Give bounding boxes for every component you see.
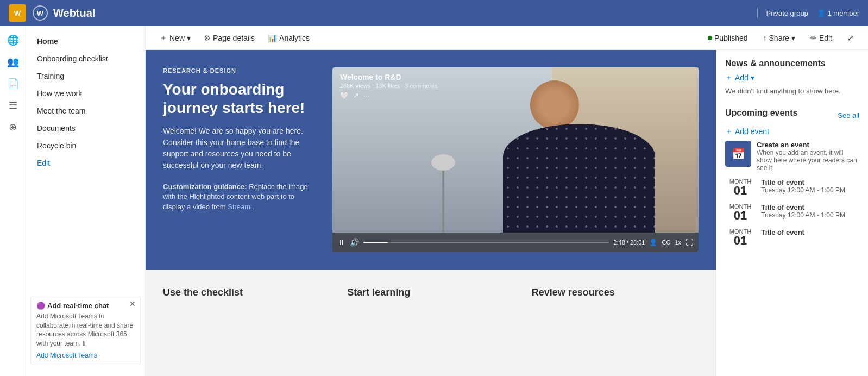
quality-icon[interactable]: 1x xyxy=(675,239,681,246)
teams-icon: 🟣 xyxy=(36,302,45,310)
cards-section: Use the checklist Start learning Review … xyxy=(146,270,716,320)
event-day-0: 01 xyxy=(725,185,756,197)
events-title: Upcoming events xyxy=(725,108,797,118)
add-teams-link[interactable]: Add Microsoft Teams xyxy=(36,352,97,359)
nav-how-we-work[interactable]: How we work xyxy=(26,85,145,102)
hero-text: RESEARCH & DESIGN Your onboarding journe… xyxy=(163,67,315,212)
card-checklist-title: Use the checklist xyxy=(163,287,330,298)
video-title: Welcome to R&D xyxy=(340,73,437,82)
news-empty: We didn't find anything to show here. xyxy=(725,87,859,95)
hero-area: RESEARCH & DESIGN Your onboarding journe… xyxy=(146,50,716,376)
calendar-icon: 📅 xyxy=(725,141,751,167)
main-content: ＋ New ▾ ⚙ Page details 📊 Analytics Publi… xyxy=(146,26,868,376)
nav-documents[interactable]: Documents xyxy=(26,120,145,137)
content-body: RESEARCH & DESIGN Your onboarding journe… xyxy=(146,50,868,376)
nav-meet-team[interactable]: Meet the team xyxy=(26,102,145,120)
expand-icon: ⤢ xyxy=(847,34,854,42)
site-initial: W xyxy=(33,5,48,21)
hero-title: Your onboarding journey starts here! xyxy=(163,80,315,117)
cc-icon[interactable]: CC xyxy=(662,239,670,246)
main-layout: 🌐 👥 📄 ☰ ⊕ Home Onboarding checklist Trai… xyxy=(0,26,868,376)
nav-training[interactable]: Training xyxy=(26,67,145,85)
video-time: 2:48 / 28:01 xyxy=(613,239,645,246)
toolbar-right: Published ↑ Share ▾ ✏ Edit ⤢ xyxy=(702,30,859,46)
event-time-1: Tuesday 12:00 AM - 1:00 PM xyxy=(761,211,845,219)
add-circle-icon[interactable]: ⊕ xyxy=(3,117,23,137)
hero-description: Welcome! We are so happy you are here. C… xyxy=(163,126,315,171)
event-time-0: Tuesday 12:00 AM - 1:00 PM xyxy=(761,186,845,194)
toolbar: ＋ New ▾ ⚙ Page details 📊 Analytics Publi… xyxy=(146,26,868,50)
expand-button[interactable]: ⤢ xyxy=(842,30,859,46)
play-pause-icon[interactable]: ⏸ xyxy=(338,238,345,247)
share-button[interactable]: ↑ Share ▾ xyxy=(758,30,801,46)
person-icon: 👤 xyxy=(817,9,826,17)
fullscreen-icon[interactable]: ⛶ xyxy=(685,238,693,247)
edit-icon: ✏ xyxy=(810,34,817,42)
list-icon[interactable]: ☰ xyxy=(3,96,23,115)
events-section: Upcoming events See all ＋ Add event 📅 Cr… xyxy=(725,108,859,247)
heart-icon[interactable]: 🤍 xyxy=(340,91,349,99)
person-video-icon[interactable]: 👤 xyxy=(649,239,657,246)
chat-banner-body: Add Microsoft Teams to collaborate in re… xyxy=(36,312,135,348)
event-day-2: 01 xyxy=(725,235,756,247)
plus-icon: ＋ xyxy=(725,73,733,83)
events-header: Upcoming events See all xyxy=(725,108,859,122)
nav-sidebar: Home Onboarding checklist Training How w… xyxy=(26,26,146,376)
share-icon: ↑ xyxy=(763,34,767,42)
info-icon: ℹ xyxy=(83,340,85,347)
member-count: 👤 1 member xyxy=(817,9,859,17)
stream-link[interactable]: Stream xyxy=(228,203,250,211)
create-event-info: Create an event When you add an event, i… xyxy=(757,141,859,172)
nav-home[interactable]: Home xyxy=(26,33,145,50)
share-video-icon[interactable]: ↗ xyxy=(353,91,359,99)
chat-banner-title: 🟣 Add real-time chat xyxy=(36,302,135,310)
document-icon[interactable]: 📄 xyxy=(3,74,23,93)
event-title-2: Title of event xyxy=(761,228,804,236)
card-checklist: Use the checklist xyxy=(163,287,330,303)
video-progress-fill xyxy=(363,242,388,243)
globe-icon[interactable]: 🌐 xyxy=(3,30,23,50)
nav-recycle-bin[interactable]: Recycle bin xyxy=(26,137,145,154)
volume-icon[interactable]: 🔊 xyxy=(350,238,359,247)
published-status: Published xyxy=(702,30,753,46)
nav-onboarding[interactable]: Onboarding checklist xyxy=(26,50,145,67)
analytics-button[interactable]: 📊 Analytics xyxy=(262,30,315,46)
event-info-2: Title of event xyxy=(761,228,804,236)
video-icons: 🤍 ↗ ··· xyxy=(340,91,437,99)
event-info-1: Title of event Tuesday 12:00 AM - 1:00 P… xyxy=(761,203,845,219)
see-all-link[interactable]: See all xyxy=(838,111,859,120)
chart-icon: 📊 xyxy=(268,34,277,42)
video-progress-bar[interactable] xyxy=(363,242,609,243)
more-icon[interactable]: ··· xyxy=(363,91,369,99)
video-controls: ⏸ 🔊 2:48 / 28:01 👤 CC xyxy=(332,233,699,252)
event-item-1: Month 01 Title of event Tuesday 12:00 AM… xyxy=(725,203,859,222)
page-details-button[interactable]: ⚙ Page details xyxy=(198,30,260,46)
add-event-button[interactable]: ＋ Add event xyxy=(725,127,859,136)
plus-icon: ＋ xyxy=(725,127,733,136)
news-section: News & announcements ＋ Add ▾ We didn't f… xyxy=(725,59,859,95)
chat-banner-close[interactable]: ✕ xyxy=(129,299,136,308)
event-info-0: Title of event Tuesday 12:00 AM - 1:00 P… xyxy=(761,178,845,194)
video-frame: Welcome to R&D 288K views · 13K likes · … xyxy=(332,67,699,252)
new-button[interactable]: ＋ New ▾ xyxy=(154,30,196,46)
news-add-button[interactable]: ＋ Add ▾ xyxy=(725,73,859,83)
chevron-down-icon: ▾ xyxy=(751,73,754,82)
edit-button[interactable]: ✏ Edit xyxy=(805,30,838,46)
top-bar-right: Private group 👤 1 member xyxy=(757,8,859,18)
gear-icon: ⚙ xyxy=(204,34,211,42)
people-icon[interactable]: 👥 xyxy=(3,52,23,72)
site-title: Webtual xyxy=(53,7,95,20)
nav-edit-link[interactable]: Edit xyxy=(26,154,145,172)
plus-icon: ＋ xyxy=(160,33,167,43)
right-panel: News & announcements ＋ Add ▾ We didn't f… xyxy=(716,50,868,376)
hero-tag: RESEARCH & DESIGN xyxy=(163,67,315,74)
event-date-1: Month 01 xyxy=(725,203,756,222)
event-date-0: Month 01 xyxy=(725,178,756,197)
chevron-down-icon: ▾ xyxy=(187,34,191,42)
hero-customization: Customization guidance: Replace the imag… xyxy=(163,182,315,212)
create-event-card: 📅 Create an event When you add an event,… xyxy=(725,141,859,172)
hero-banner: RESEARCH & DESIGN Your onboarding journe… xyxy=(146,50,716,270)
news-title: News & announcements xyxy=(725,59,859,68)
group-type: Private group xyxy=(766,9,808,17)
published-dot xyxy=(708,36,712,40)
